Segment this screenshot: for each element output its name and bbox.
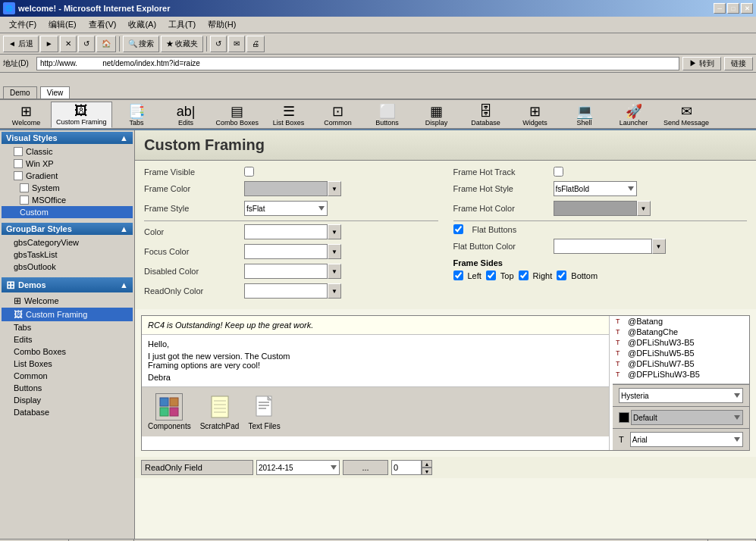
nav-tab-welcome[interactable]: ⊞ Welcome: [2, 102, 51, 128]
winxp-checkbox[interactable]: [14, 159, 23, 168]
menu-file[interactable]: 文件(F): [3, 17, 42, 32]
demo-icon-text-files[interactable]: Text Files: [248, 393, 280, 430]
sidebar-item-demo-buttons[interactable]: Buttons: [2, 382, 133, 394]
go-button[interactable]: ▶ 转到: [682, 57, 721, 70]
nav-tab-combo-boxes[interactable]: ▤ Combo Boxes: [211, 102, 265, 128]
frame-hot-style-select[interactable]: fsFlatBold: [554, 181, 637, 196]
readonly-color-box[interactable]: [244, 283, 328, 299]
top-checkbox[interactable]: [486, 270, 496, 280]
sidebar-item-gradient[interactable]: Gradient: [2, 170, 133, 182]
sidebar-item-classic[interactable]: Classic: [2, 145, 133, 158]
search-button[interactable]: 🔍 搜索: [123, 36, 159, 52]
visual-styles-header[interactable]: Visual Styles ▲: [2, 132, 133, 144]
back-button[interactable]: ◄ 后退: [3, 36, 39, 52]
font-item-0[interactable]: T @Batang: [613, 316, 749, 327]
nav-tab-edits[interactable]: ab| Edits: [162, 102, 211, 128]
sidebar-item-demo-database[interactable]: Database: [2, 406, 133, 418]
nav-tab-launcher[interactable]: 🚀 Launcher: [609, 102, 658, 128]
font-list[interactable]: T @Batang T @BatangChe T @DFLiShuW3-B5 T…: [613, 316, 749, 384]
frame-color-box[interactable]: [244, 181, 328, 196]
demos-header[interactable]: ⊞ Demos ▲: [2, 277, 133, 292]
nav-tab-list-boxes[interactable]: ☰ List Boxes: [264, 102, 313, 128]
menu-favorites[interactable]: 收藏(A): [122, 17, 162, 32]
sidebar-item-gbs-outlook[interactable]: gbsOutlook: [2, 261, 133, 273]
system-checkbox[interactable]: [20, 183, 29, 192]
sidebar-item-demo-custom-framing[interactable]: 🖼 Custom Framing: [2, 308, 133, 321]
nav-tab-buttons[interactable]: ⬜ Buttons: [362, 102, 412, 128]
print-button[interactable]: 🖨: [246, 36, 265, 52]
nav-tab-database[interactable]: 🗄 Database: [461, 102, 510, 128]
right-checkbox[interactable]: [519, 270, 529, 280]
nav-tab-shell[interactable]: 💻 Shell: [560, 102, 609, 128]
nav-tab-common[interactable]: ⊡ Common: [313, 102, 362, 128]
font-item-4[interactable]: T @DFLiShuW7-B5: [613, 358, 749, 369]
spinner-down[interactable]: ▼: [422, 468, 432, 475]
msoffice-checkbox[interactable]: [20, 195, 29, 205]
tab-view[interactable]: View: [40, 86, 71, 99]
sidebar-item-demo-list-boxes[interactable]: List Boxes: [2, 358, 133, 370]
dotted-button[interactable]: ...: [343, 460, 388, 475]
sidebar-item-demo-welcome[interactable]: ⊞ Welcome: [2, 294, 133, 308]
frame-hot-color-box[interactable]: [554, 201, 637, 216]
sidebar-item-demo-edits[interactable]: Edits: [2, 333, 133, 346]
history-button[interactable]: ↺: [210, 36, 227, 52]
nav-tab-custom-framing[interactable]: 🖼 Custom Framing: [51, 102, 112, 128]
sidebar-item-msoffice[interactable]: MSOffice: [2, 194, 133, 206]
refresh-button[interactable]: ↺: [78, 36, 95, 52]
spinner-up[interactable]: ▲: [422, 460, 432, 468]
font-item-2[interactable]: T @DFLiShuW3-B5: [613, 337, 749, 348]
mail-button[interactable]: ✉: [228, 36, 245, 52]
tab-demo[interactable]: Demo: [3, 86, 37, 99]
close-button[interactable]: ✕: [741, 3, 753, 14]
readonly-color-dropdown[interactable]: ▼: [328, 283, 341, 299]
nav-tab-widgets[interactable]: ⊞ Widgets: [510, 102, 560, 128]
sidebar-item-custom[interactable]: Custom: [2, 206, 133, 218]
nav-tab-display[interactable]: ▦ Display: [412, 102, 461, 128]
sidebar-item-gbs-task-list[interactable]: gbsTaskList: [2, 249, 133, 261]
sidebar-item-demo-common[interactable]: Common: [2, 370, 133, 382]
forward-button[interactable]: ►: [40, 36, 58, 52]
home-button[interactable]: 🏠: [96, 36, 116, 52]
nav-tab-tabs[interactable]: 📑 Tabs: [112, 102, 162, 128]
bottom-checkbox[interactable]: [557, 270, 566, 280]
sidebar-item-demo-tabs[interactable]: Tabs: [2, 321, 133, 333]
frame-visible-checkbox[interactable]: [244, 167, 254, 177]
menu-help[interactable]: 帮助(H): [202, 17, 242, 32]
frame-style-select[interactable]: fsFlat: [244, 201, 328, 216]
menu-tools[interactable]: 工具(T): [162, 17, 202, 32]
hysteria-select[interactable]: Hysteria: [619, 388, 743, 403]
groupbar-styles-header[interactable]: GroupBar Styles ▲: [2, 223, 133, 235]
nav-tab-send-message[interactable]: ✉ Send Message: [658, 102, 714, 128]
disabled-color-dropdown[interactable]: ▼: [328, 264, 341, 279]
menu-view[interactable]: 查看(V): [83, 17, 123, 32]
default-select[interactable]: Default: [631, 410, 743, 425]
sidebar-item-demo-combo-boxes[interactable]: Combo Boxes: [2, 346, 133, 358]
date-select[interactable]: 2012-4-15: [256, 460, 340, 475]
links-button[interactable]: 链接: [724, 57, 753, 70]
flat-buttons-checkbox[interactable]: [453, 224, 463, 234]
color-box[interactable]: [244, 224, 328, 239]
arial-select[interactable]: Arial: [630, 432, 743, 447]
classic-checkbox[interactable]: [14, 147, 23, 156]
sidebar-item-system[interactable]: System: [2, 182, 133, 194]
left-checkbox[interactable]: [453, 270, 463, 280]
demo-icon-scratchpad[interactable]: ScratchPad: [200, 393, 240, 430]
frame-color-dropdown[interactable]: ▼: [328, 181, 341, 196]
minimize-button[interactable]: ─: [714, 3, 726, 14]
menu-edit[interactable]: 编辑(E): [42, 17, 83, 32]
font-item-5[interactable]: T @DFPLiShuW3-B5: [613, 369, 749, 380]
stop-button[interactable]: ✕: [60, 36, 77, 52]
focus-color-box[interactable]: [244, 244, 328, 259]
restore-button[interactable]: □: [727, 3, 739, 14]
font-item-3[interactable]: T @DFLiShuW5-B5: [613, 348, 749, 358]
address-input[interactable]: [36, 57, 679, 70]
font-item-1[interactable]: T @BatangChe: [613, 327, 749, 337]
flat-button-color-box[interactable]: [554, 239, 652, 254]
focus-color-dropdown[interactable]: ▼: [328, 244, 341, 259]
sidebar-item-gbs-category-view[interactable]: gbsCategoryView: [2, 236, 133, 249]
frame-hot-color-dropdown[interactable]: ▼: [637, 201, 651, 216]
demo-icon-components[interactable]: Components: [148, 393, 191, 430]
flat-button-color-dropdown[interactable]: ▼: [652, 239, 666, 254]
color-dropdown[interactable]: ▼: [328, 224, 341, 239]
disabled-color-box[interactable]: [244, 264, 328, 279]
